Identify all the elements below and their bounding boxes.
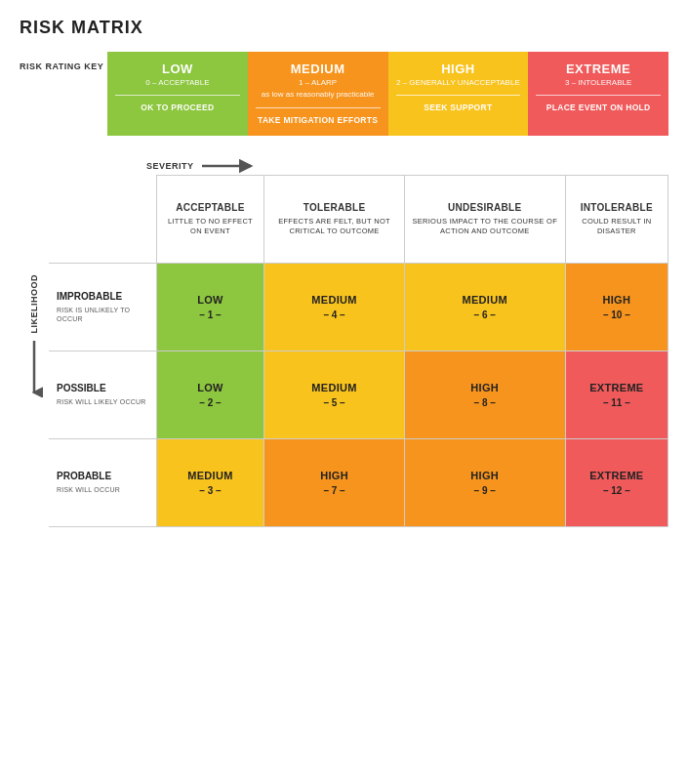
rating-box-low-title: LOW	[115, 62, 240, 76]
rating-box-medium-action: TAKE MITIGATION EFFORTS	[256, 115, 381, 126]
rating-box-extreme-action: PLACE EVENT ON HOLD	[536, 103, 661, 113]
cell-label-probable-3: EXTREME	[570, 470, 664, 481]
risk-rating-section: RISK RATING KEY LOW 0 – ACCEPTABLE OK TO…	[20, 52, 668, 136]
row-title-possible: POSSIBLE	[57, 383, 148, 393]
rating-box-medium-sub1b: as low as reasonably practicable	[256, 90, 381, 100]
likelihood-arrow-icon	[25, 339, 43, 397]
cell-label-improbable-0: LOW	[161, 294, 261, 306]
col-header-acceptable: ACCEPTABLE LITTLE TO NO EFFECT ON EVENT	[156, 175, 264, 263]
row-header-improbable: IMPROBABLERISK IS UNLIKELY TO OCCUR	[49, 263, 156, 351]
rating-box-high-title: HIGH	[396, 62, 521, 76]
cell-improbable-0: LOW– 1 –	[156, 263, 264, 351]
cell-label-probable-2: HIGH	[409, 470, 561, 481]
rating-box-medium-title: MEDIUM	[256, 62, 381, 76]
cell-improbable-2: MEDIUM– 6 –	[404, 263, 565, 351]
cell-probable-1: HIGH– 7 –	[264, 438, 404, 526]
severity-arrow-icon	[200, 157, 259, 175]
rating-box-extreme-sub1: 3 – INTOLERABLE	[536, 78, 661, 88]
cell-num-probable-2: – 9 –	[409, 485, 561, 496]
row-title-probable: PROBABLE	[57, 471, 148, 481]
cell-label-possible-3: EXTREME	[570, 382, 664, 393]
row-header-probable: PROBABLERISK WILL OCCUR	[49, 438, 156, 526]
cell-num-improbable-0: – 1 –	[161, 309, 261, 320]
rating-box-high-sub1: 2 – GENERALLY UNACCEPTABLE	[396, 78, 521, 88]
col-header-tolerable: TOLERABLE EFFECTS ARE FELT, BUT NOT CRIT…	[264, 175, 404, 263]
cell-num-improbable-1: – 4 –	[268, 309, 399, 320]
cell-possible-3: EXTREME– 11 –	[565, 351, 668, 438]
cell-num-possible-0: – 2 –	[161, 397, 261, 408]
rating-box-high-action: SEEK SUPPORT	[396, 103, 521, 113]
row-header-possible: POSSIBLERISK WILL LIKELY OCCUR	[49, 351, 156, 438]
rating-box-high: HIGH 2 – GENERALLY UNACCEPTABLE SEEK SUP…	[388, 52, 529, 136]
rating-box-medium-sub1: 1 – ALARP	[256, 78, 381, 88]
matrix-row-improbable: IMPROBABLERISK IS UNLIKELY TO OCCURLOW– …	[49, 263, 668, 351]
likelihood-arrow-container: LIKELIHOOD	[20, 265, 49, 527]
matrix-row-possible: POSSIBLERISK WILL LIKELY OCCURLOW– 2 –ME…	[49, 351, 668, 438]
matrix-table: ACCEPTABLE LITTLE TO NO EFFECT ON EVENT …	[49, 175, 668, 527]
cell-label-probable-1: HIGH	[268, 470, 399, 481]
page-title: RISK MATRIX	[20, 18, 668, 38]
cell-possible-1: MEDIUM– 5 –	[264, 351, 404, 438]
cell-num-possible-2: – 8 –	[409, 397, 561, 408]
cell-label-probable-0: MEDIUM	[161, 470, 261, 481]
cell-num-probable-3: – 12 –	[570, 485, 664, 496]
cell-improbable-1: MEDIUM– 4 –	[264, 263, 404, 351]
cell-num-improbable-3: – 10 –	[570, 309, 664, 320]
severity-label: SEVERITY	[146, 161, 194, 171]
cell-label-improbable-3: HIGH	[570, 294, 664, 306]
likelihood-label: LIKELIHOOD	[29, 274, 39, 334]
matrix-wrapper: LIKELIHOOD ACCEPTABLE LITTLE TO NO EFFEC…	[20, 175, 668, 527]
row-sub-probable: RISK WILL OCCUR	[57, 485, 148, 494]
rating-box-low-action: OK TO PROCEED	[115, 103, 240, 113]
cell-num-improbable-2: – 6 –	[409, 309, 561, 320]
rating-box-extreme-title: EXTREME	[536, 62, 661, 76]
row-title-improbable: IMPROBABLE	[57, 291, 148, 302]
col-header-intolerable: INTOLERABLE COULD RESULT IN DISASTER	[565, 175, 668, 263]
cell-possible-2: HIGH– 8 –	[404, 351, 565, 438]
risk-rating-label: RISK RATING KEY	[20, 52, 107, 71]
cell-possible-0: LOW– 2 –	[156, 351, 264, 438]
cell-label-possible-1: MEDIUM	[268, 382, 399, 393]
row-sub-possible: RISK WILL LIKELY OCCUR	[57, 397, 148, 406]
cell-label-improbable-2: MEDIUM	[409, 294, 561, 306]
row-sub-improbable: RISK IS UNLIKELY TO OCCUR	[57, 306, 148, 323]
rating-box-medium: MEDIUM 1 – ALARP as low as reasonably pr…	[248, 52, 388, 136]
rating-box-low-sub1: 0 – ACCEPTABLE	[115, 78, 240, 88]
cell-probable-3: EXTREME– 12 –	[565, 438, 668, 526]
rating-box-low: LOW 0 – ACCEPTABLE OK TO PROCEED	[107, 52, 248, 136]
rating-box-extreme: EXTREME 3 – INTOLERABLE PLACE EVENT ON H…	[528, 52, 668, 136]
cell-num-probable-0: – 3 –	[161, 485, 261, 496]
cell-num-possible-3: – 11 –	[570, 397, 664, 408]
severity-row: SEVERITY	[20, 157, 668, 175]
risk-matrix-table: ACCEPTABLE LITTLE TO NO EFFECT ON EVENT …	[49, 175, 668, 527]
cell-num-probable-1: – 7 –	[268, 485, 399, 496]
cell-label-possible-2: HIGH	[409, 382, 561, 393]
cell-label-improbable-1: MEDIUM	[268, 294, 399, 306]
likelihood-col: LIKELIHOOD	[20, 175, 49, 527]
cell-probable-0: MEDIUM– 3 –	[156, 438, 264, 526]
cell-improbable-3: HIGH– 10 –	[565, 263, 668, 351]
matrix-row-probable: PROBABLERISK WILL OCCURMEDIUM– 3 –HIGH– …	[49, 438, 668, 526]
risk-rating-boxes: LOW 0 – ACCEPTABLE OK TO PROCEED MEDIUM …	[107, 52, 668, 136]
col-header-undesirable: UNDESIRABLE SERIOUS IMPACT TO THE COURSE…	[404, 175, 565, 263]
matrix-corner-header	[49, 175, 156, 263]
cell-probable-2: HIGH– 9 –	[404, 438, 565, 526]
cell-num-possible-1: – 5 –	[268, 397, 399, 408]
cell-label-possible-0: LOW	[161, 382, 261, 393]
